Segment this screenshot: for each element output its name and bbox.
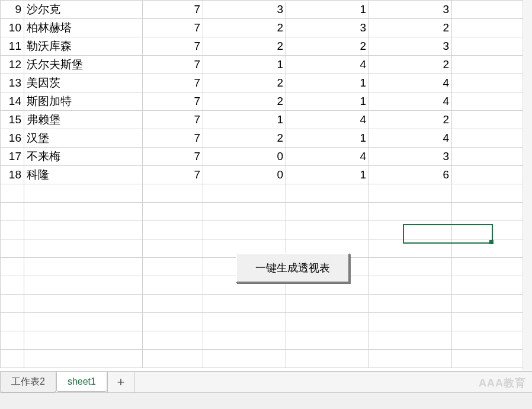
cell[interactable] (369, 239, 452, 258)
cell[interactable]: 7 (143, 166, 203, 184)
cell[interactable] (24, 331, 143, 350)
tab-worksheet2[interactable]: 工作表2 (0, 372, 56, 392)
cell[interactable] (24, 239, 143, 258)
cell[interactable]: 1 (286, 1, 369, 19)
cell[interactable] (369, 331, 452, 350)
cell[interactable]: 1 (203, 56, 286, 74)
cell-team[interactable]: 弗赖堡 (24, 111, 143, 129)
cell[interactable] (452, 184, 533, 203)
cell[interactable]: 3 (452, 148, 533, 166)
cell[interactable] (369, 221, 452, 239)
cell[interactable] (143, 184, 203, 203)
cell-team[interactable]: 不来梅 (24, 148, 143, 166)
cell[interactable] (24, 221, 143, 239)
cell[interactable]: 3 (369, 1, 452, 19)
cell[interactable]: 0 (203, 148, 286, 166)
cell[interactable] (143, 203, 203, 221)
cell[interactable] (452, 313, 533, 331)
cell[interactable]: 2 (452, 166, 533, 184)
cell[interactable] (286, 313, 369, 331)
cell[interactable] (369, 184, 452, 203)
cell[interactable]: 7 (143, 19, 203, 37)
cell[interactable] (143, 258, 203, 276)
cell-team[interactable]: 科隆 (24, 166, 143, 184)
cell[interactable]: 2 (203, 19, 286, 37)
cell[interactable]: 2 (203, 92, 286, 111)
cell[interactable] (143, 331, 203, 350)
cell[interactable]: 7 (143, 56, 203, 74)
cell-team[interactable]: 汉堡 (24, 129, 143, 148)
cell[interactable] (24, 184, 143, 203)
cell[interactable] (369, 203, 452, 221)
cell[interactable]: 1 (286, 166, 369, 184)
cell[interactable]: 4 (369, 74, 452, 92)
cell[interactable] (452, 350, 533, 368)
cell[interactable]: 4 (452, 129, 533, 148)
cell[interactable]: 6 (369, 166, 452, 184)
cell[interactable] (143, 276, 203, 295)
cell[interactable] (24, 295, 143, 313)
cell-team[interactable]: 沙尔克 (24, 1, 143, 19)
cell[interactable] (24, 258, 143, 276)
cell[interactable]: 1 (286, 129, 369, 148)
cell[interactable]: 2 (286, 37, 369, 56)
cell[interactable]: 2 (369, 111, 452, 129)
cell[interactable] (143, 350, 203, 368)
cell[interactable] (203, 313, 286, 331)
cell[interactable] (24, 350, 143, 368)
cell[interactable] (369, 258, 452, 276)
cell[interactable] (452, 203, 533, 221)
cell[interactable]: 7 (452, 74, 533, 92)
cell[interactable]: 3 (203, 1, 286, 19)
cell[interactable]: 1 (203, 111, 286, 129)
tab-sheet1[interactable]: sheet1 (56, 372, 107, 392)
cell[interactable] (369, 295, 452, 313)
cell[interactable]: 6 (452, 56, 533, 74)
cell[interactable] (143, 295, 203, 313)
cell[interactable] (203, 184, 286, 203)
cell[interactable]: 8 (452, 19, 533, 37)
cell[interactable]: 4 (369, 92, 452, 111)
cell[interactable]: 1 (286, 92, 369, 111)
cell[interactable]: 7 (143, 92, 203, 111)
cell[interactable] (143, 221, 203, 239)
cell[interactable]: 2 (369, 56, 452, 74)
cell[interactable]: 4 (286, 111, 369, 129)
cell[interactable] (203, 221, 286, 239)
cell[interactable]: 4 (286, 148, 369, 166)
generate-pivot-button[interactable]: 一键生成透视表 (236, 253, 350, 283)
cell[interactable] (203, 295, 286, 313)
cell-team[interactable]: 柏林赫塔 (24, 19, 143, 37)
cell[interactable] (369, 276, 452, 295)
cell[interactable] (452, 295, 533, 313)
vertical-scrollbar[interactable] (523, 0, 532, 370)
cell[interactable]: 13 (452, 37, 533, 56)
cell[interactable] (452, 276, 533, 295)
cell[interactable]: 5 (452, 111, 533, 129)
cell-team[interactable]: 沃尔夫斯堡 (24, 56, 143, 74)
cell[interactable]: 8 (452, 1, 533, 19)
cell[interactable]: 2 (203, 129, 286, 148)
cell[interactable] (452, 331, 533, 350)
cell-team[interactable]: 斯图加特 (24, 92, 143, 111)
cell[interactable] (286, 221, 369, 239)
cell[interactable]: 4 (369, 129, 452, 148)
cell[interactable]: 3 (369, 148, 452, 166)
cell[interactable] (24, 276, 143, 295)
cell[interactable]: 7 (143, 74, 203, 92)
cell[interactable]: 0 (203, 166, 286, 184)
cell[interactable] (143, 313, 203, 331)
cell[interactable]: 2 (203, 37, 286, 56)
cell[interactable]: 4 (452, 92, 533, 111)
cell[interactable] (24, 203, 143, 221)
cell[interactable] (143, 239, 203, 258)
spreadsheet-grid[interactable]: 9沙尔克7313810柏林赫塔7232811勒沃库森72231312沃尔夫斯堡7… (0, 0, 532, 370)
cell[interactable]: 7 (143, 37, 203, 56)
cell[interactable] (286, 295, 369, 313)
cell[interactable] (369, 350, 452, 368)
cell[interactable] (203, 203, 286, 221)
cell[interactable]: 2 (369, 19, 452, 37)
cell[interactable]: 2 (203, 74, 286, 92)
cell-team[interactable]: 勒沃库森 (24, 37, 143, 56)
add-sheet-button[interactable]: + (107, 372, 134, 392)
